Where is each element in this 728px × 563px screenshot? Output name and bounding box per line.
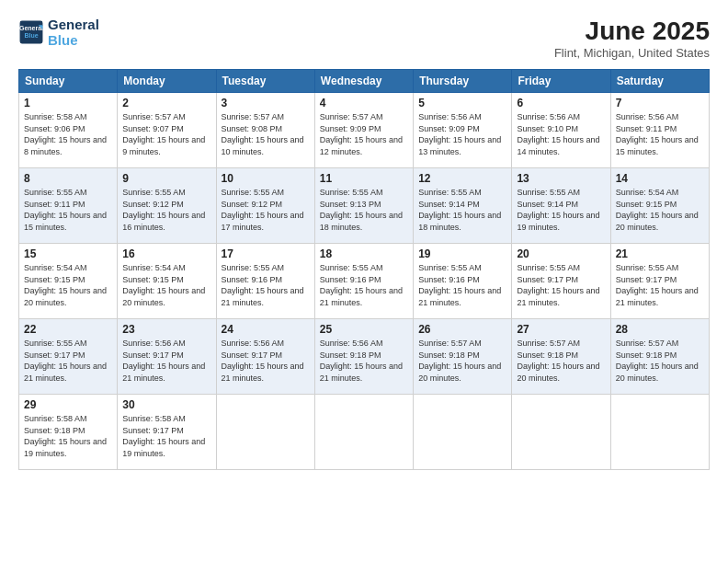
day-number: 9	[122, 172, 210, 185]
day-number: 26	[418, 323, 506, 336]
page: General Blue General Blue June 2025 Flin…	[0, 0, 728, 563]
day-detail: Sunrise: 5:56 AMSunset: 9:17 PMDaylight:…	[222, 338, 310, 384]
day-detail: Sunrise: 5:55 AMSunset: 9:14 PMDaylight:…	[517, 187, 605, 233]
col-wednesday: Wednesday	[314, 70, 413, 93]
table-row: 17 Sunrise: 5:55 AMSunset: 9:16 PMDaylig…	[216, 244, 314, 319]
table-row: 9 Sunrise: 5:55 AMSunset: 9:12 PMDayligh…	[118, 168, 216, 244]
table-row: 11 Sunrise: 5:55 AMSunset: 9:13 PMDaylig…	[314, 168, 413, 244]
table-row: 5 Sunrise: 5:56 AMSunset: 9:09 PMDayligh…	[414, 93, 512, 168]
day-detail: Sunrise: 5:58 AMSunset: 9:17 PMDaylight:…	[122, 413, 210, 459]
day-detail: Sunrise: 5:55 AMSunset: 9:17 PMDaylight:…	[517, 262, 605, 308]
day-detail: Sunrise: 5:55 AMSunset: 9:12 PMDaylight:…	[222, 187, 310, 233]
day-detail: Sunrise: 5:55 AMSunset: 9:17 PMDaylight:…	[24, 338, 112, 384]
day-number: 28	[616, 323, 704, 336]
day-number: 3	[222, 97, 310, 109]
calendar: Sunday Monday Tuesday Wednesday Thursday…	[18, 69, 710, 470]
day-detail: Sunrise: 5:55 AMSunset: 9:16 PMDaylight:…	[222, 262, 310, 308]
table-row	[512, 395, 610, 470]
table-row: 22 Sunrise: 5:55 AMSunset: 9:17 PMDaylig…	[19, 319, 118, 395]
day-detail: Sunrise: 5:57 AMSunset: 9:08 PMDaylight:…	[222, 111, 310, 157]
day-number: 24	[222, 323, 310, 336]
col-monday: Monday	[118, 70, 216, 93]
day-number: 14	[616, 172, 704, 185]
subtitle: Flint, Michigan, United States	[554, 46, 710, 60]
day-detail: Sunrise: 5:56 AMSunset: 9:17 PMDaylight:…	[122, 338, 210, 384]
table-row	[610, 395, 709, 470]
day-detail: Sunrise: 5:56 AMSunset: 9:10 PMDaylight:…	[517, 111, 605, 157]
table-row: 24 Sunrise: 5:56 AMSunset: 9:17 PMDaylig…	[216, 319, 314, 395]
day-detail: Sunrise: 5:55 AMSunset: 9:13 PMDaylight:…	[320, 187, 408, 233]
day-number: 29	[24, 398, 112, 411]
col-saturday: Saturday	[610, 70, 709, 93]
table-row: 7 Sunrise: 5:56 AMSunset: 9:11 PMDayligh…	[610, 93, 709, 168]
day-detail: Sunrise: 5:57 AMSunset: 9:18 PMDaylight:…	[418, 338, 506, 384]
calendar-week-row: 15 Sunrise: 5:54 AMSunset: 9:15 PMDaylig…	[19, 244, 710, 319]
table-row: 25 Sunrise: 5:56 AMSunset: 9:18 PMDaylig…	[314, 319, 413, 395]
table-row: 3 Sunrise: 5:57 AMSunset: 9:08 PMDayligh…	[216, 93, 314, 168]
day-number: 10	[222, 172, 310, 185]
day-number: 17	[222, 247, 310, 260]
table-row: 13 Sunrise: 5:55 AMSunset: 9:14 PMDaylig…	[512, 168, 610, 244]
table-row: 8 Sunrise: 5:55 AMSunset: 9:11 PMDayligh…	[19, 168, 118, 244]
day-detail: Sunrise: 5:54 AMSunset: 9:15 PMDaylight:…	[616, 187, 704, 233]
day-number: 25	[320, 323, 408, 336]
day-number: 4	[320, 97, 408, 109]
day-number: 20	[517, 247, 605, 260]
day-detail: Sunrise: 5:55 AMSunset: 9:16 PMDaylight:…	[320, 262, 408, 308]
table-row: 6 Sunrise: 5:56 AMSunset: 9:10 PMDayligh…	[512, 93, 610, 168]
day-detail: Sunrise: 5:56 AMSunset: 9:09 PMDaylight:…	[418, 111, 506, 157]
day-number: 5	[418, 97, 506, 109]
table-row: 12 Sunrise: 5:55 AMSunset: 9:14 PMDaylig…	[414, 168, 512, 244]
calendar-week-row: 22 Sunrise: 5:55 AMSunset: 9:17 PMDaylig…	[19, 319, 710, 395]
table-row: 29 Sunrise: 5:58 AMSunset: 9:18 PMDaylig…	[19, 395, 118, 470]
table-row: 21 Sunrise: 5:55 AMSunset: 9:17 PMDaylig…	[610, 244, 709, 319]
calendar-week-row: 29 Sunrise: 5:58 AMSunset: 9:18 PMDaylig…	[19, 395, 710, 470]
day-detail: Sunrise: 5:55 AMSunset: 9:16 PMDaylight:…	[418, 262, 506, 308]
table-row: 16 Sunrise: 5:54 AMSunset: 9:15 PMDaylig…	[118, 244, 216, 319]
day-number: 21	[616, 247, 704, 260]
day-number: 8	[24, 172, 112, 185]
day-number: 7	[616, 97, 704, 109]
table-row: 14 Sunrise: 5:54 AMSunset: 9:15 PMDaylig…	[610, 168, 709, 244]
main-title: June 2025	[554, 17, 710, 46]
calendar-week-row: 8 Sunrise: 5:55 AMSunset: 9:11 PMDayligh…	[19, 168, 710, 244]
day-number: 6	[517, 97, 605, 109]
day-detail: Sunrise: 5:55 AMSunset: 9:17 PMDaylight:…	[616, 262, 704, 308]
day-detail: Sunrise: 5:54 AMSunset: 9:15 PMDaylight:…	[24, 262, 112, 308]
day-number: 15	[24, 247, 112, 260]
day-detail: Sunrise: 5:57 AMSunset: 9:07 PMDaylight:…	[122, 111, 210, 157]
table-row	[314, 395, 413, 470]
day-number: 22	[24, 323, 112, 336]
col-friday: Friday	[512, 70, 610, 93]
calendar-week-row: 1 Sunrise: 5:58 AMSunset: 9:06 PMDayligh…	[19, 93, 710, 168]
logo-icon: General Blue	[18, 19, 44, 45]
table-row: 23 Sunrise: 5:56 AMSunset: 9:17 PMDaylig…	[118, 319, 216, 395]
day-detail: Sunrise: 5:56 AMSunset: 9:18 PMDaylight:…	[320, 338, 408, 384]
table-row	[216, 395, 314, 470]
day-number: 23	[122, 323, 210, 336]
table-row: 19 Sunrise: 5:55 AMSunset: 9:16 PMDaylig…	[414, 244, 512, 319]
day-detail: Sunrise: 5:57 AMSunset: 9:09 PMDaylight:…	[320, 111, 408, 157]
table-row	[414, 395, 512, 470]
table-row: 2 Sunrise: 5:57 AMSunset: 9:07 PMDayligh…	[118, 93, 216, 168]
day-detail: Sunrise: 5:57 AMSunset: 9:18 PMDaylight:…	[517, 338, 605, 384]
table-row: 20 Sunrise: 5:55 AMSunset: 9:17 PMDaylig…	[512, 244, 610, 319]
day-detail: Sunrise: 5:55 AMSunset: 9:12 PMDaylight:…	[122, 187, 210, 233]
day-number: 11	[320, 172, 408, 185]
day-detail: Sunrise: 5:55 AMSunset: 9:14 PMDaylight:…	[418, 187, 506, 233]
day-number: 2	[122, 97, 210, 109]
table-row: 30 Sunrise: 5:58 AMSunset: 9:17 PMDaylig…	[118, 395, 216, 470]
title-area: June 2025 Flint, Michigan, United States	[554, 17, 710, 60]
col-tuesday: Tuesday	[216, 70, 314, 93]
day-detail: Sunrise: 5:58 AMSunset: 9:06 PMDaylight:…	[24, 111, 112, 157]
logo-text: General Blue	[48, 17, 99, 49]
logo: General Blue General Blue	[18, 17, 99, 49]
day-number: 18	[320, 247, 408, 260]
day-number: 1	[24, 97, 112, 109]
svg-text:Blue: Blue	[24, 32, 38, 39]
table-row: 27 Sunrise: 5:57 AMSunset: 9:18 PMDaylig…	[512, 319, 610, 395]
day-number: 30	[122, 398, 210, 411]
day-detail: Sunrise: 5:55 AMSunset: 9:11 PMDaylight:…	[24, 187, 112, 233]
table-row: 15 Sunrise: 5:54 AMSunset: 9:15 PMDaylig…	[19, 244, 118, 319]
table-row: 10 Sunrise: 5:55 AMSunset: 9:12 PMDaylig…	[216, 168, 314, 244]
